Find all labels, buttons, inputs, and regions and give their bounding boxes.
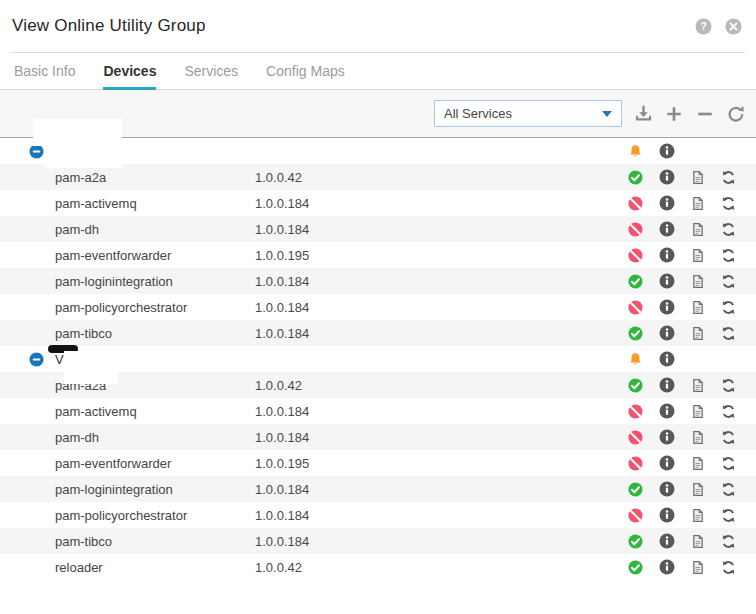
info-icon[interactable] xyxy=(651,195,682,211)
bell-icon xyxy=(620,144,651,159)
service-name: pam-activemq xyxy=(55,404,255,419)
service-version: 1.0.0.184 xyxy=(255,274,620,289)
sync-icon[interactable] xyxy=(713,300,744,315)
sync-icon[interactable] xyxy=(713,404,744,419)
status-blocked-icon xyxy=(620,300,651,315)
service-row[interactable]: pam-policyorchestrator1.0.0.184 xyxy=(0,502,756,528)
service-name: pam-dh xyxy=(55,430,255,445)
service-row[interactable]: pam-activemq1.0.0.184 xyxy=(0,398,756,424)
status-blocked-icon xyxy=(620,430,651,445)
info-icon[interactable] xyxy=(651,403,682,419)
service-row[interactable]: reloader1.0.0.42 xyxy=(0,554,756,580)
service-version: 1.0.0.184 xyxy=(255,326,620,341)
service-version: 1.0.0.184 xyxy=(255,430,620,445)
info-icon[interactable] xyxy=(651,221,682,237)
service-row[interactable]: pam-loginintegration1.0.0.184 xyxy=(0,476,756,502)
redaction-box xyxy=(33,119,122,146)
tab-bar: Basic InfoDevicesServicesConfig Maps xyxy=(0,53,756,90)
sync-icon[interactable] xyxy=(713,482,744,497)
info-icon[interactable] xyxy=(651,299,682,315)
document-icon[interactable] xyxy=(682,404,713,419)
tab-basic-info[interactable]: Basic Info xyxy=(14,53,75,89)
sync-icon[interactable] xyxy=(713,560,744,575)
info-icon[interactable] xyxy=(651,507,682,523)
plus-icon[interactable] xyxy=(664,104,684,124)
service-version: 1.0.0.184 xyxy=(255,404,620,419)
close-icon[interactable] xyxy=(725,18,742,35)
sync-icon[interactable] xyxy=(713,456,744,471)
service-row[interactable]: pam-eventforwarder1.0.0.195 xyxy=(0,450,756,476)
info-icon[interactable] xyxy=(651,247,682,263)
service-version: 1.0.0.184 xyxy=(255,300,620,315)
collapse-icon[interactable] xyxy=(29,352,55,367)
tab-services[interactable]: Services xyxy=(184,53,238,89)
refresh-icon[interactable] xyxy=(726,104,746,124)
info-icon[interactable] xyxy=(651,559,682,575)
help-icon[interactable]: ? xyxy=(695,18,712,35)
info-icon[interactable] xyxy=(651,533,682,549)
sync-icon[interactable] xyxy=(713,326,744,341)
service-row[interactable]: pam-activemq1.0.0.184 xyxy=(0,190,756,216)
document-icon[interactable] xyxy=(682,508,713,523)
sync-icon[interactable] xyxy=(713,274,744,289)
info-icon[interactable] xyxy=(651,429,682,445)
info-icon[interactable] xyxy=(651,169,682,185)
service-row[interactable]: pam-loginintegration1.0.0.184 xyxy=(0,268,756,294)
sync-icon[interactable] xyxy=(713,508,744,523)
info-icon[interactable] xyxy=(651,481,682,497)
sync-icon[interactable] xyxy=(713,378,744,393)
info-icon[interactable] xyxy=(651,455,682,471)
status-blocked-icon xyxy=(620,196,651,211)
service-name: pam-eventforwarder xyxy=(55,248,255,263)
document-icon[interactable] xyxy=(682,378,713,393)
minus-icon[interactable] xyxy=(695,104,715,124)
info-icon[interactable] xyxy=(651,377,682,393)
service-name: pam-loginintegration xyxy=(55,274,255,289)
service-row[interactable]: pam-dh1.0.0.184 xyxy=(0,424,756,450)
tab-devices[interactable]: Devices xyxy=(103,53,156,89)
service-name: pam-tibco xyxy=(55,534,255,549)
service-name: pam-activemq xyxy=(55,196,255,211)
document-icon[interactable] xyxy=(682,560,713,575)
service-name: pam-tibco xyxy=(55,326,255,341)
document-icon[interactable] xyxy=(682,248,713,263)
service-row[interactable]: pam-eventforwarder1.0.0.195 xyxy=(0,242,756,268)
sync-icon[interactable] xyxy=(713,534,744,549)
document-icon[interactable] xyxy=(682,196,713,211)
sync-icon[interactable] xyxy=(713,430,744,445)
download-icon[interactable] xyxy=(633,104,653,124)
sync-icon[interactable] xyxy=(713,222,744,237)
service-version: 1.0.0.42 xyxy=(255,560,620,575)
service-row[interactable]: pam-policyorchestrator1.0.0.184 xyxy=(0,294,756,320)
svg-text:?: ? xyxy=(700,20,707,32)
sync-icon[interactable] xyxy=(713,196,744,211)
service-name: pam-eventforwarder xyxy=(55,456,255,471)
document-icon[interactable] xyxy=(682,456,713,471)
document-icon[interactable] xyxy=(682,430,713,445)
document-icon[interactable] xyxy=(682,222,713,237)
dropdown-caret-icon xyxy=(602,111,612,117)
info-icon[interactable] xyxy=(651,143,682,159)
info-icon[interactable] xyxy=(651,351,682,367)
service-row[interactable]: pam-tibco1.0.0.184 xyxy=(0,528,756,554)
tab-config-maps[interactable]: Config Maps xyxy=(266,53,345,89)
status-ok-icon xyxy=(620,326,651,341)
status-ok-icon xyxy=(620,274,651,289)
document-icon[interactable] xyxy=(682,300,713,315)
service-row[interactable]: pam-dh1.0.0.184 xyxy=(0,216,756,242)
document-icon[interactable] xyxy=(682,482,713,497)
sync-icon[interactable] xyxy=(713,248,744,263)
redaction-box xyxy=(64,351,118,384)
status-ok-icon xyxy=(620,482,651,497)
info-icon[interactable] xyxy=(651,325,682,341)
document-icon[interactable] xyxy=(682,326,713,341)
service-version: 1.0.0.184 xyxy=(255,508,620,523)
document-icon[interactable] xyxy=(682,534,713,549)
service-row[interactable]: pam-tibco1.0.0.184 xyxy=(0,320,756,346)
service-filter-dropdown[interactable]: All Services xyxy=(434,100,622,127)
info-icon[interactable] xyxy=(651,273,682,289)
document-icon[interactable] xyxy=(682,274,713,289)
sync-icon[interactable] xyxy=(713,170,744,185)
document-icon[interactable] xyxy=(682,170,713,185)
group-name: V xyxy=(55,352,620,367)
